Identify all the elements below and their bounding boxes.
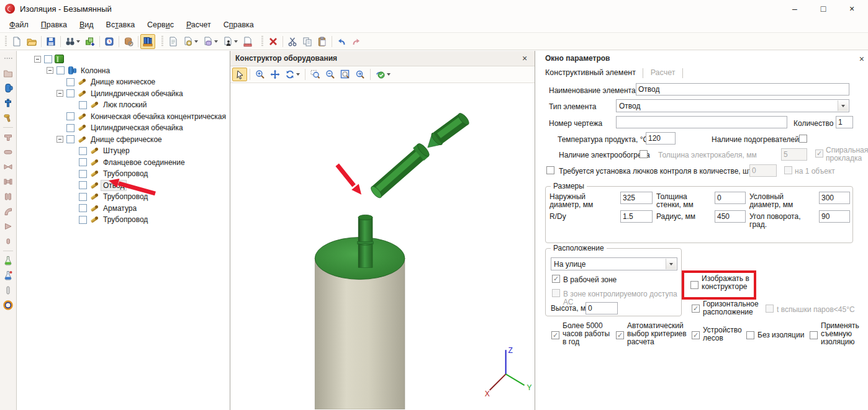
menu-view[interactable]: Вид [74,19,99,31]
report-database-icon[interactable] [201,34,220,49]
work-zone-checkbox[interactable] [552,275,560,283]
tree-checkbox[interactable] [79,204,87,212]
element-name-input[interactable] [636,83,849,96]
zoom-out-icon[interactable] [323,68,338,81]
drawing-number-input[interactable] [616,116,787,128]
removable-insulation-checkbox[interactable] [810,331,818,339]
tree-checkbox[interactable] [79,181,87,189]
flask-green-icon[interactable] [2,255,14,266]
maximize-button[interactable]: □ [817,4,830,14]
valve-icon[interactable] [2,161,14,172]
undo-icon[interactable] [334,34,349,49]
tree-checkbox[interactable] [79,147,87,155]
zoom-extents-icon[interactable] [338,68,353,81]
cut-icon[interactable] [285,34,300,49]
product-temp-input[interactable] [646,132,676,145]
collapse-icon[interactable] [47,67,53,74]
nozzle-3d[interactable] [358,215,374,267]
coupling-icon[interactable] [2,176,14,187]
add-elements-icon[interactable] [83,34,97,49]
element-type-select[interactable]: Отвод [616,99,849,112]
tree-row[interactable]: Трубопровод [17,191,230,203]
no-insulation-checkbox[interactable] [746,331,754,339]
chevron-down-icon[interactable] [838,100,848,111]
horizontal-placement-checkbox[interactable] [692,305,700,313]
test-tube-icon[interactable] [2,285,14,296]
nozzle-icon[interactable] [2,97,14,109]
outer-diameter-input[interactable] [620,192,653,204]
tree-checkbox[interactable] [79,193,87,201]
tree-checkbox[interactable] [66,89,75,97]
open-icon[interactable] [24,34,39,49]
schedule-icon[interactable] [102,34,117,49]
tab-constructive-element[interactable]: Конструктивный элемент [545,68,636,77]
delete-icon[interactable] [266,34,281,49]
apparatus-column-icon[interactable] [2,82,14,94]
insulation-calc-icon[interactable] [140,34,155,49]
tree-row[interactable]: Арматура [17,203,230,215]
electric-heating-checkbox[interactable] [640,150,648,158]
save-icon[interactable] [43,34,58,49]
minimize-button[interactable]: – [789,4,801,14]
tree-row[interactable]: Днище коническое [17,76,230,88]
tree-row[interactable]: Фланцевое соединение [17,157,230,169]
zoom-in-icon[interactable] [253,68,268,81]
radius-input[interactable] [715,210,746,223]
tree-row-selected[interactable]: Отвод [17,180,230,192]
hours-checkbox[interactable] [551,331,559,339]
scaffold-checkbox[interactable] [692,331,700,339]
pipe-assembly[interactable] [369,112,471,200]
menu-edit[interactable]: Правка [35,19,73,31]
menu-insert[interactable]: Вставка [101,19,140,31]
supports-icon[interactable] [2,191,14,202]
tree-row[interactable]: Трубопровод [17,214,230,226]
tree-checkbox[interactable] [79,101,87,109]
collapse-icon[interactable] [57,90,63,97]
chevron-down-icon[interactable] [666,259,676,269]
heaters-checkbox[interactable] [799,135,807,143]
render-settings-icon[interactable] [373,68,393,81]
tree-row-column[interactable]: Колонна [17,65,230,77]
tree-checkbox[interactable] [79,158,87,166]
vessel-icon[interactable] [2,146,14,158]
database-icon[interactable] [121,34,136,49]
draw-in-constructor-checkbox[interactable] [690,281,698,289]
tree-row[interactable]: Штуцер [17,145,230,157]
stub-icon[interactable] [2,236,14,247]
tree-checkbox[interactable] [44,55,52,63]
menu-calculation[interactable]: Расчет [181,19,217,31]
tree-checkbox[interactable] [57,66,65,74]
auto-criteria-checkbox[interactable] [616,331,624,339]
pan-icon[interactable] [268,68,283,81]
location-select[interactable]: На улице [551,257,677,270]
tab-calculation[interactable]: Расчет [651,68,676,77]
parameters-close-icon[interactable]: × [859,54,864,64]
cone-icon[interactable] [2,221,14,232]
zoom-previous-icon[interactable] [353,68,368,81]
collapse-icon[interactable] [34,56,41,63]
elbow-icon[interactable] [2,206,14,217]
tree-checkbox[interactable] [66,112,75,120]
tree-row[interactable]: Трубопровод [17,168,230,180]
tree-row[interactable]: Цилиндрическая обечайка [17,122,230,134]
tree-row-root[interactable] [17,53,230,65]
tree-row[interactable]: Цилиндрическая обечайка [17,88,230,100]
viewport-3d[interactable]: Z X Y [230,83,534,409]
copy-icon[interactable] [300,34,315,49]
tree-row[interactable]: Люк плоский [17,99,230,111]
new-document-icon[interactable] [9,34,24,49]
tree-checkbox[interactable] [79,170,87,178]
gasket-ring-icon[interactable] [2,300,14,311]
flask-blue-icon[interactable] [2,270,14,281]
report-icon[interactable] [166,34,181,49]
constructor-close-icon[interactable]: × [520,53,530,63]
turn-angle-input[interactable] [819,210,850,223]
tree-checkbox[interactable] [66,124,75,132]
close-button[interactable]: × [846,4,858,14]
rotate-icon[interactable] [283,68,302,81]
tee-pipe-icon[interactable] [2,131,14,143]
report-settings-icon[interactable] [181,34,201,49]
tree-checkbox[interactable] [79,216,87,224]
tree-checkbox[interactable] [66,135,75,143]
find-icon[interactable] [63,34,83,49]
